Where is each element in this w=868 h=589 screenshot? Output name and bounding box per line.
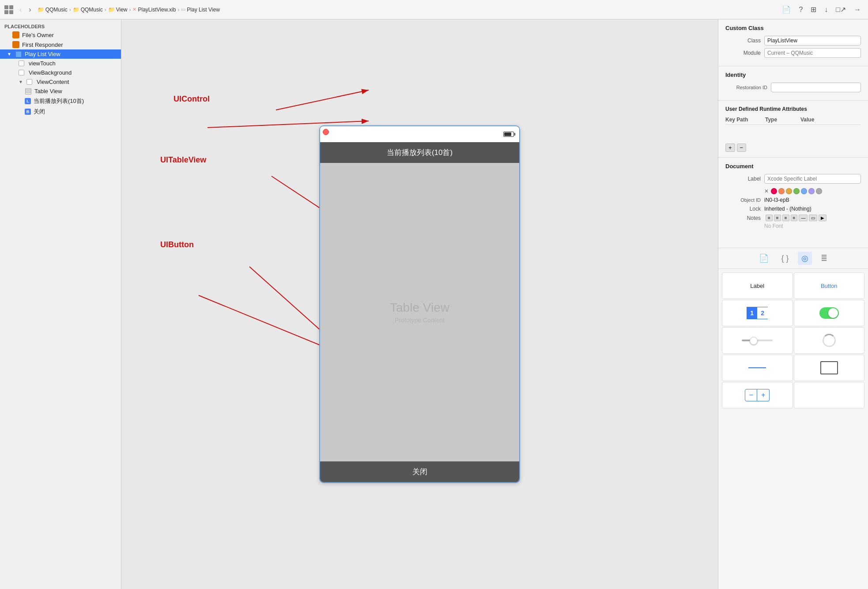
sidebar-item-first-responder[interactable]: First Responder xyxy=(0,40,121,49)
widget-slider-control xyxy=(742,340,773,341)
sidebar-item-button[interactable]: B 关闭 xyxy=(0,106,121,117)
widget-stepper-minus[interactable]: − xyxy=(745,389,757,401)
module-input[interactable] xyxy=(764,48,861,58)
phone-table-area: Table View Prototype Content xyxy=(320,163,519,461)
grid-icon xyxy=(4,5,13,14)
tab-code[interactable]: { } xyxy=(777,252,792,265)
swatch-yellow[interactable] xyxy=(786,188,792,194)
swatch-x-button[interactable]: ✕ xyxy=(764,188,769,194)
sidebar-item-play-list-view[interactable]: ▼ Play List View xyxy=(0,49,121,59)
widget-stepper-plus[interactable]: + xyxy=(757,389,770,401)
table-view-icon xyxy=(25,88,32,94)
notes-row: Notes ≡ ≡ ≡ ≡ — ▭ ▶ xyxy=(725,215,861,221)
notes-align-center[interactable]: ≡ xyxy=(774,215,781,221)
class-input[interactable] xyxy=(764,36,861,45)
sidebar-item-label[interactable]: L 当前播放列表(10首) xyxy=(0,96,121,106)
notes-align-left[interactable]: ≡ xyxy=(766,215,773,221)
annotation-uitableview: UITableView xyxy=(160,155,206,165)
tab-list[interactable]: ≣ xyxy=(817,252,831,265)
annotation-uibutton: UIButton xyxy=(160,240,194,249)
widget-spinner[interactable] xyxy=(794,327,865,354)
play-list-view-icon xyxy=(15,51,22,57)
inspector-button[interactable]: ⊞ xyxy=(808,4,819,15)
stepper-2: 2 xyxy=(757,307,768,319)
widget-slider[interactable] xyxy=(722,327,793,354)
svg-line-3 xyxy=(276,90,369,110)
swatch-gray[interactable] xyxy=(816,188,822,194)
phone-close-button[interactable] xyxy=(323,129,329,135)
breadcrumb-view[interactable]: 📁 View xyxy=(108,7,128,13)
viewcontent-checkbox[interactable] xyxy=(26,79,32,85)
notes-rect[interactable]: ▭ xyxy=(809,215,817,221)
share-button[interactable]: □↗ xyxy=(833,4,849,15)
tab-file[interactable]: 📄 xyxy=(755,252,772,265)
notes-align-justify[interactable]: ≡ xyxy=(791,215,798,221)
toolbar-actions: 📄 ? ⊞ ↓ □↗ → xyxy=(779,4,864,15)
sidebar-item-viewtouch[interactable]: viewTouch xyxy=(0,59,121,68)
widget-button[interactable]: Button xyxy=(794,272,865,299)
restoration-id-label: Restoration ID xyxy=(725,85,767,90)
swatch-lightblue[interactable] xyxy=(801,188,807,194)
lock-row: Lock Inherited - (Nothing) xyxy=(725,206,861,212)
tab-circle[interactable]: ◎ xyxy=(798,252,812,265)
sidebar-item-files-owner[interactable]: File's Owner xyxy=(0,30,121,40)
viewbackground-checkbox[interactable] xyxy=(19,70,24,76)
class-row: Class xyxy=(725,36,861,45)
user-defined-table-header: Key Path Type Value xyxy=(725,117,861,125)
notes-text-area xyxy=(725,232,861,242)
new-file-button[interactable]: 📄 xyxy=(779,4,793,15)
document-label-input[interactable] xyxy=(764,174,861,184)
remove-attribute-button[interactable]: − xyxy=(737,143,747,152)
widget-stepper2-box: − + xyxy=(745,389,770,401)
notes-dash[interactable]: — xyxy=(799,215,808,221)
object-id-label: Object ID xyxy=(725,197,761,203)
sidebar-item-viewcontent[interactable]: ▼ ViewContent xyxy=(0,77,121,87)
lock-value: Inherited - (Nothing) xyxy=(764,206,811,212)
sidebar-item-viewbackground[interactable]: ViewBackground xyxy=(0,68,121,77)
notes-more[interactable]: ▶ xyxy=(819,215,826,221)
widget-toggle[interactable] xyxy=(794,300,865,326)
lock-label: Lock xyxy=(725,206,761,212)
widget-rect[interactable] xyxy=(794,355,865,381)
widget-dash[interactable] xyxy=(722,355,793,381)
breadcrumb-playlistview[interactable]: ▭ Play List View xyxy=(181,7,219,13)
library-button[interactable]: ↓ xyxy=(822,4,830,15)
restoration-id-row: Restoration ID xyxy=(725,83,861,92)
sidebar-item-table-view[interactable]: Table View xyxy=(0,87,121,96)
battery-icon xyxy=(503,132,514,137)
viewtouch-checkbox[interactable] xyxy=(19,60,24,66)
phone-footer: 关闭 xyxy=(320,461,519,482)
swatch-red[interactable] xyxy=(771,188,777,194)
right-tab-bar: 📄 { } ◎ ≣ xyxy=(718,248,868,269)
color-swatches-row: ✕ xyxy=(725,186,861,194)
back-button[interactable]: ‹ xyxy=(17,5,24,15)
widget-stepper[interactable]: 1 2 xyxy=(722,300,793,326)
help-button[interactable]: ? xyxy=(796,4,805,15)
forward-button[interactable]: › xyxy=(26,5,34,15)
user-defined-title: User Defined Runtime Attributes xyxy=(725,106,861,112)
swatch-orange[interactable] xyxy=(778,188,785,194)
breadcrumb-qqmusic-blue[interactable]: 📁 QQMusic xyxy=(38,7,68,13)
jump-button[interactable]: → xyxy=(851,4,864,15)
disclosure-viewcontent: ▼ xyxy=(19,79,23,84)
notes-align-right[interactable]: ≡ xyxy=(782,215,789,221)
table-watermark-sub: Prototype Content xyxy=(390,317,449,324)
stepper-1: 1 xyxy=(747,307,757,319)
phone-frame: 当前播放列表(10首) Table View Prototype Content… xyxy=(319,125,520,483)
notes-icons: ≡ ≡ ≡ ≡ — ▭ ▶ xyxy=(766,215,826,221)
custom-class-section: Custom Class Class Module xyxy=(718,19,868,66)
col-header-value: Value xyxy=(800,117,861,123)
no-font-row: No Font xyxy=(725,223,861,229)
swatch-green[interactable] xyxy=(793,188,800,194)
breadcrumb-xib[interactable]: ✕ PlayListView.xib xyxy=(132,7,176,13)
breadcrumb-qqmusic-yellow[interactable]: 📁 QQMusic xyxy=(73,7,103,13)
add-attribute-button[interactable]: + xyxy=(725,143,735,152)
widget-stepper2[interactable]: − + xyxy=(722,382,793,408)
restoration-id-input[interactable] xyxy=(771,83,861,92)
module-row: Module xyxy=(725,48,861,58)
svg-line-6 xyxy=(199,295,333,351)
color-swatches: ✕ xyxy=(764,188,822,194)
disclosure-play-list-view: ▼ xyxy=(7,52,11,57)
swatch-purple[interactable] xyxy=(808,188,815,194)
widget-label[interactable]: Label xyxy=(722,272,793,299)
